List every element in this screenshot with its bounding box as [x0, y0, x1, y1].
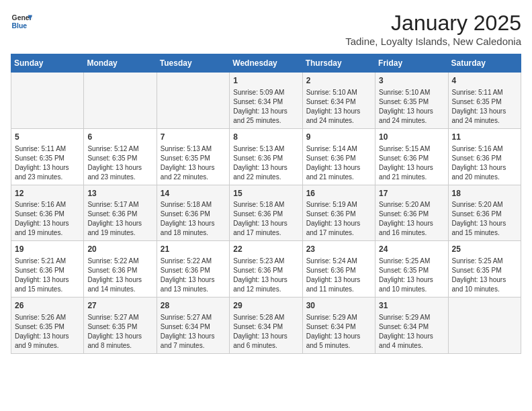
- day-number-14: 14: [161, 188, 226, 199]
- calendar-week-2: 5Sunrise: 5:11 AM Sunset: 6:35 PM Daylig…: [11, 128, 521, 185]
- calendar-week-1: 1Sunrise: 5:09 AM Sunset: 6:34 PM Daylig…: [11, 73, 521, 129]
- day-cell-11: 11Sunrise: 5:16 AM Sunset: 6:36 PM Dayli…: [448, 128, 521, 185]
- day-content-12: Sunrise: 5:16 AM Sunset: 6:36 PM Dayligh…: [15, 200, 80, 238]
- day-content-6: Sunrise: 5:12 AM Sunset: 6:35 PM Dayligh…: [87, 144, 152, 182]
- day-content-30: Sunrise: 5:29 AM Sunset: 6:34 PM Dayligh…: [306, 313, 371, 351]
- day-number-23: 23: [306, 244, 371, 255]
- day-number-25: 25: [452, 244, 517, 255]
- day-cell-24: 24Sunrise: 5:25 AM Sunset: 6:35 PM Dayli…: [375, 241, 448, 298]
- day-number-6: 6: [87, 132, 152, 143]
- day-content-11: Sunrise: 5:16 AM Sunset: 6:36 PM Dayligh…: [452, 144, 517, 182]
- day-content-14: Sunrise: 5:18 AM Sunset: 6:36 PM Dayligh…: [161, 200, 226, 238]
- day-number-4: 4: [452, 75, 517, 87]
- empty-cell: [11, 73, 84, 129]
- day-number-2: 2: [306, 75, 371, 87]
- day-content-8: Sunrise: 5:13 AM Sunset: 6:36 PM Dayligh…: [233, 144, 298, 182]
- day-content-7: Sunrise: 5:13 AM Sunset: 6:35 PM Dayligh…: [161, 144, 226, 182]
- day-number-31: 31: [379, 300, 444, 312]
- day-cell-13: 13Sunrise: 5:17 AM Sunset: 6:36 PM Dayli…: [84, 185, 157, 241]
- calendar-week-3: 12Sunrise: 5:16 AM Sunset: 6:36 PM Dayli…: [11, 185, 521, 241]
- day-number-10: 10: [379, 132, 444, 143]
- day-number-13: 13: [87, 188, 152, 199]
- day-content-28: Sunrise: 5:27 AM Sunset: 6:34 PM Dayligh…: [161, 313, 226, 351]
- day-content-25: Sunrise: 5:25 AM Sunset: 6:35 PM Dayligh…: [452, 257, 517, 294]
- day-cell-16: 16Sunrise: 5:19 AM Sunset: 6:36 PM Dayli…: [302, 185, 375, 241]
- day-cell-5: 5Sunrise: 5:11 AM Sunset: 6:35 PM Daylig…: [11, 128, 84, 185]
- day-cell-8: 8Sunrise: 5:13 AM Sunset: 6:36 PM Daylig…: [230, 128, 302, 185]
- weekday-header-row: SundayMondayTuesdayWednesdayThursdayFrid…: [11, 54, 521, 73]
- day-number-26: 26: [15, 300, 80, 312]
- day-cell-21: 21Sunrise: 5:22 AM Sunset: 6:36 PM Dayli…: [157, 241, 229, 298]
- day-number-21: 21: [161, 244, 226, 255]
- day-number-15: 15: [233, 188, 298, 199]
- day-number-17: 17: [379, 188, 444, 199]
- svg-text:Blue: Blue: [12, 22, 28, 30]
- day-content-29: Sunrise: 5:28 AM Sunset: 6:34 PM Dayligh…: [233, 313, 298, 351]
- day-content-3: Sunrise: 5:10 AM Sunset: 6:35 PM Dayligh…: [379, 88, 444, 126]
- day-content-5: Sunrise: 5:11 AM Sunset: 6:35 PM Dayligh…: [15, 144, 80, 182]
- day-number-9: 9: [306, 132, 371, 143]
- day-cell-15: 15Sunrise: 5:18 AM Sunset: 6:36 PM Dayli…: [230, 185, 302, 241]
- day-cell-30: 30Sunrise: 5:29 AM Sunset: 6:34 PM Dayli…: [302, 298, 375, 354]
- day-number-3: 3: [379, 75, 444, 87]
- empty-cell: [157, 73, 229, 129]
- day-content-1: Sunrise: 5:09 AM Sunset: 6:34 PM Dayligh…: [233, 88, 298, 126]
- day-number-24: 24: [379, 244, 444, 255]
- day-number-20: 20: [87, 244, 152, 255]
- logo: General Blue: [11, 11, 32, 32]
- day-cell-23: 23Sunrise: 5:24 AM Sunset: 6:36 PM Dayli…: [302, 241, 375, 298]
- day-content-4: Sunrise: 5:11 AM Sunset: 6:35 PM Dayligh…: [452, 88, 517, 126]
- day-cell-7: 7Sunrise: 5:13 AM Sunset: 6:35 PM Daylig…: [157, 128, 229, 185]
- day-cell-10: 10Sunrise: 5:15 AM Sunset: 6:36 PM Dayli…: [375, 128, 448, 185]
- day-content-24: Sunrise: 5:25 AM Sunset: 6:35 PM Dayligh…: [379, 257, 444, 294]
- day-content-19: Sunrise: 5:21 AM Sunset: 6:36 PM Dayligh…: [15, 257, 80, 294]
- day-cell-28: 28Sunrise: 5:27 AM Sunset: 6:34 PM Dayli…: [157, 298, 229, 354]
- calendar-table: SundayMondayTuesdayWednesdayThursdayFrid…: [11, 54, 521, 354]
- day-cell-1: 1Sunrise: 5:09 AM Sunset: 6:34 PM Daylig…: [230, 73, 302, 129]
- day-content-27: Sunrise: 5:27 AM Sunset: 6:35 PM Dayligh…: [87, 313, 152, 351]
- weekday-header-tuesday: Tuesday: [157, 54, 229, 73]
- day-number-7: 7: [161, 132, 226, 143]
- day-cell-17: 17Sunrise: 5:20 AM Sunset: 6:36 PM Dayli…: [375, 185, 448, 241]
- day-number-30: 30: [306, 300, 371, 312]
- day-content-20: Sunrise: 5:22 AM Sunset: 6:36 PM Dayligh…: [87, 257, 152, 294]
- day-cell-29: 29Sunrise: 5:28 AM Sunset: 6:34 PM Dayli…: [230, 298, 302, 354]
- day-content-9: Sunrise: 5:14 AM Sunset: 6:36 PM Dayligh…: [306, 144, 371, 182]
- day-number-12: 12: [15, 188, 80, 199]
- day-number-19: 19: [15, 244, 80, 255]
- day-number-16: 16: [306, 188, 371, 199]
- weekday-header-friday: Friday: [375, 54, 448, 73]
- day-cell-3: 3Sunrise: 5:10 AM Sunset: 6:35 PM Daylig…: [375, 73, 448, 129]
- day-content-21: Sunrise: 5:22 AM Sunset: 6:36 PM Dayligh…: [161, 257, 226, 294]
- day-cell-22: 22Sunrise: 5:23 AM Sunset: 6:36 PM Dayli…: [230, 241, 302, 298]
- day-number-8: 8: [233, 132, 298, 143]
- day-cell-18: 18Sunrise: 5:20 AM Sunset: 6:36 PM Dayli…: [448, 185, 521, 241]
- day-number-5: 5: [15, 132, 80, 143]
- day-content-26: Sunrise: 5:26 AM Sunset: 6:35 PM Dayligh…: [15, 313, 80, 351]
- page-header: General Blue January 2025 Tadine, Loyalt…: [11, 11, 521, 47]
- day-content-22: Sunrise: 5:23 AM Sunset: 6:36 PM Dayligh…: [233, 257, 298, 294]
- day-number-18: 18: [452, 188, 517, 199]
- day-cell-20: 20Sunrise: 5:22 AM Sunset: 6:36 PM Dayli…: [84, 241, 157, 298]
- weekday-header-monday: Monday: [84, 54, 157, 73]
- day-number-1: 1: [233, 75, 298, 87]
- calendar-subtitle: Tadine, Loyalty Islands, New Caledonia: [345, 36, 521, 47]
- day-cell-19: 19Sunrise: 5:21 AM Sunset: 6:36 PM Dayli…: [11, 241, 84, 298]
- title-section: January 2025 Tadine, Loyalty Islands, Ne…: [345, 11, 521, 47]
- day-cell-12: 12Sunrise: 5:16 AM Sunset: 6:36 PM Dayli…: [11, 185, 84, 241]
- day-number-29: 29: [233, 300, 298, 312]
- day-content-15: Sunrise: 5:18 AM Sunset: 6:36 PM Dayligh…: [233, 200, 298, 238]
- day-cell-6: 6Sunrise: 5:12 AM Sunset: 6:35 PM Daylig…: [84, 128, 157, 185]
- day-content-13: Sunrise: 5:17 AM Sunset: 6:36 PM Dayligh…: [87, 200, 152, 238]
- day-cell-9: 9Sunrise: 5:14 AM Sunset: 6:36 PM Daylig…: [302, 128, 375, 185]
- day-content-31: Sunrise: 5:29 AM Sunset: 6:34 PM Dayligh…: [379, 313, 444, 351]
- day-number-27: 27: [87, 300, 152, 312]
- empty-cell: [448, 298, 521, 354]
- day-cell-4: 4Sunrise: 5:11 AM Sunset: 6:35 PM Daylig…: [448, 73, 521, 129]
- day-content-23: Sunrise: 5:24 AM Sunset: 6:36 PM Dayligh…: [306, 257, 371, 294]
- day-cell-2: 2Sunrise: 5:10 AM Sunset: 6:34 PM Daylig…: [302, 73, 375, 129]
- day-content-16: Sunrise: 5:19 AM Sunset: 6:36 PM Dayligh…: [306, 200, 371, 238]
- calendar-title: January 2025: [345, 11, 521, 36]
- empty-cell: [84, 73, 157, 129]
- calendar-week-5: 26Sunrise: 5:26 AM Sunset: 6:35 PM Dayli…: [11, 298, 521, 354]
